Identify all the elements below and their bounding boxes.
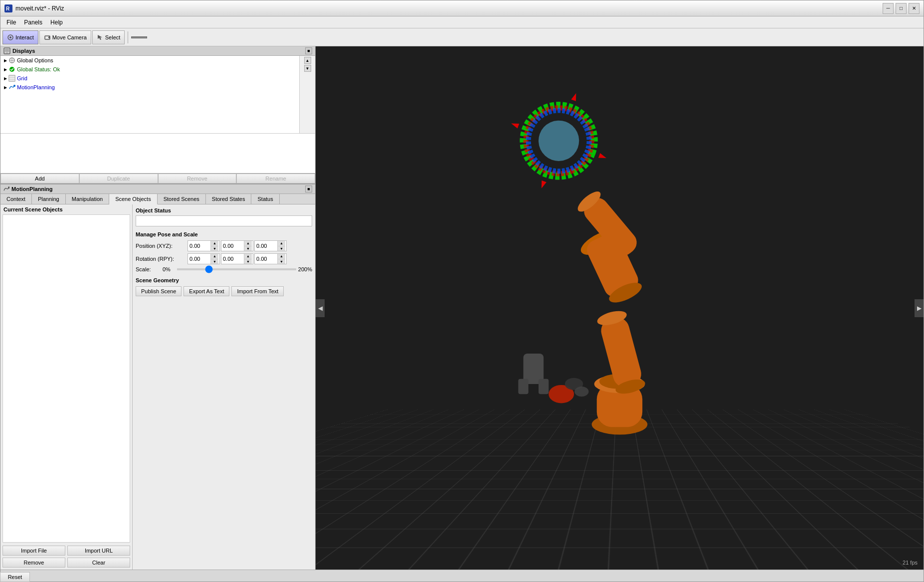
select-button[interactable]: Select	[92, 30, 125, 44]
displays-tree: ▶ Global Options ▶ Global	[0, 56, 315, 133]
grid-icon	[8, 75, 15, 82]
position-x-spinbox: ▲ ▼	[187, 240, 220, 251]
rotation-y-input[interactable]	[255, 254, 277, 264]
title-bar: R moveit.rviz* - RViz ─ □ ✕	[0, 0, 924, 16]
viewport-arrow-left[interactable]: ◀	[316, 299, 325, 317]
expand-arrow-global-options[interactable]: ▶	[2, 57, 8, 63]
motion-panel-icon	[3, 186, 9, 192]
svg-marker-36	[571, 92, 578, 101]
position-z-spinbox: ▲ ▼	[254, 240, 287, 251]
toolbar: Interact Move Camera Select	[0, 28, 924, 46]
remove-object-button[interactable]: Remove	[2, 558, 65, 568]
add-button[interactable]: Add	[0, 174, 79, 184]
position-y-up[interactable]: ▲	[244, 241, 252, 246]
main-content: Displays ■ ▶ Global Options	[0, 46, 924, 570]
scale-label: Scale:	[136, 266, 161, 272]
tab-manipulation[interactable]: Manipulation	[66, 194, 109, 204]
motion-panel-header: MotionPlanning ■	[0, 184, 315, 194]
svg-rect-41	[518, 379, 528, 394]
scene-remove-clear-buttons: Remove Clear	[0, 558, 132, 570]
interact-button[interactable]: Interact	[2, 30, 38, 44]
tab-context[interactable]: Context	[0, 194, 32, 204]
scene-objects-list	[2, 214, 130, 543]
rotation-r-down[interactable]: ▼	[211, 259, 218, 264]
move-camera-button[interactable]: Move Camera	[39, 30, 91, 44]
position-y-spinbox: ▲ ▼	[221, 240, 253, 251]
svg-rect-42	[539, 379, 549, 394]
tree-item-motion-planning[interactable]: ▶ MotionPlanning	[0, 83, 299, 92]
rotation-y-down[interactable]: ▼	[278, 259, 285, 264]
rotation-p-input[interactable]	[221, 254, 244, 264]
rotation-label: Rotation (RPY):	[136, 256, 185, 262]
tab-status[interactable]: Status	[251, 194, 279, 204]
publish-scene-button[interactable]: Publish Scene	[136, 286, 182, 296]
motion-planning-tree-icon	[8, 84, 15, 91]
rotation-r-up[interactable]: ▲	[211, 254, 218, 259]
menu-help[interactable]: Help	[46, 18, 67, 27]
tab-scene-objects[interactable]: Scene Objects	[109, 194, 158, 204]
rotation-p-down[interactable]: ▼	[244, 259, 252, 264]
viewport-background: ◀ ▶ 21 fps	[316, 46, 924, 570]
close-button[interactable]: ✕	[909, 3, 920, 14]
svg-marker-5	[48, 36, 50, 39]
manage-pose-label: Manage Pose and Scale	[136, 231, 312, 237]
reset-button[interactable]: Reset	[0, 572, 30, 582]
toolbar-extra	[131, 36, 147, 38]
window-controls: ─ □ ✕	[883, 3, 920, 14]
main-window: R moveit.rviz* - RViz ─ □ ✕ File Panels …	[0, 0, 924, 582]
global-options-icon	[8, 57, 15, 64]
rotation-y-up[interactable]: ▲	[278, 254, 285, 259]
import-url-button[interactable]: Import URL	[67, 546, 130, 556]
position-z-up[interactable]: ▲	[278, 241, 285, 246]
left-panel: Displays ■ ▶ Global Options	[0, 46, 316, 570]
tree-right-btn-up[interactable]: ▲	[304, 57, 311, 64]
interact-icon	[7, 34, 14, 41]
displays-close-button[interactable]: ■	[305, 47, 312, 54]
position-z-input[interactable]	[255, 241, 277, 251]
rotation-p-spinbox: ▲ ▼	[221, 253, 253, 264]
svg-marker-37	[539, 181, 547, 190]
maximize-button[interactable]: □	[896, 3, 907, 14]
rotation-row: Rotation (RPY): ▲ ▼	[136, 253, 312, 264]
menu-panels[interactable]: Panels	[20, 18, 46, 27]
duplicate-button[interactable]: Duplicate	[79, 174, 158, 184]
import-file-button[interactable]: Import File	[2, 546, 65, 556]
position-x-down[interactable]: ▼	[211, 246, 218, 251]
scale-slider[interactable]	[177, 268, 296, 270]
rotation-r-arrows: ▲ ▼	[210, 254, 218, 264]
position-z-down[interactable]: ▼	[278, 246, 285, 251]
lower-tree	[0, 133, 315, 173]
clear-objects-button[interactable]: Clear	[67, 558, 130, 568]
expand-arrow-grid[interactable]: ▶	[2, 75, 8, 81]
rename-button[interactable]: Rename	[236, 174, 315, 184]
tree-item-grid[interactable]: ▶ Grid	[0, 74, 299, 83]
expand-arrow-global-status[interactable]: ▶	[2, 66, 8, 72]
tab-stored-states[interactable]: Stored States	[206, 194, 252, 204]
scale-max-label: 200%	[298, 266, 312, 272]
export-as-text-button[interactable]: Export As Text	[184, 286, 229, 296]
select-icon	[97, 34, 104, 41]
rotation-r-input[interactable]	[188, 254, 210, 264]
displays-icon	[3, 47, 10, 54]
position-x-input[interactable]	[188, 241, 210, 251]
import-from-text-button[interactable]: Import From Text	[231, 286, 284, 296]
menu-file[interactable]: File	[2, 18, 20, 27]
tab-stored-scenes[interactable]: Stored Scenes	[158, 194, 206, 204]
object-status-input[interactable]	[136, 215, 312, 226]
rotation-p-up[interactable]: ▲	[244, 254, 252, 259]
viewport-arrow-right[interactable]: ▶	[915, 299, 924, 317]
robot-viewport-svg	[316, 46, 924, 570]
minimize-button[interactable]: ─	[883, 3, 894, 14]
tree-item-global-status[interactable]: ▶ Global Status: Ok	[0, 65, 299, 74]
displays-panel: Displays ■ ▶ Global Options	[0, 46, 315, 184]
remove-button[interactable]: Remove	[158, 174, 237, 184]
tree-item-global-options[interactable]: ▶ Global Options	[0, 56, 299, 65]
position-x-up[interactable]: ▲	[211, 241, 218, 246]
motion-panel-close-button[interactable]: ■	[305, 186, 312, 193]
position-y-input[interactable]	[221, 241, 244, 251]
expand-arrow-motion-planning[interactable]: ▶	[2, 84, 8, 90]
tab-planning[interactable]: Planning	[32, 194, 66, 204]
position-y-down[interactable]: ▼	[244, 246, 252, 251]
displays-panel-header: Displays ■	[0, 46, 315, 56]
tree-right-btn-down[interactable]: ▼	[304, 65, 311, 72]
